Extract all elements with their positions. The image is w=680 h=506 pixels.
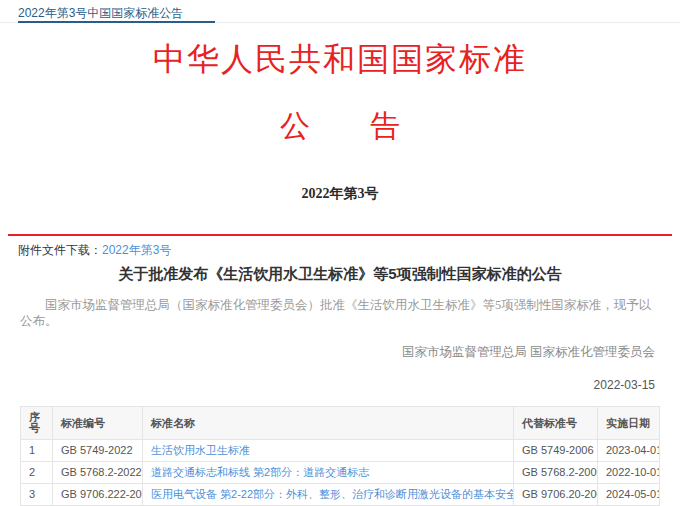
header-standard-code: 标准编号 [53,407,143,440]
table-row: 3 GB 9706.222-2022 医用电气设备 第2-22部分：外科、整形、… [21,484,660,506]
attachment-label: 附件文件下载： [18,243,102,257]
standard-name-link[interactable]: 道路交通标志和标线 第2部分：道路交通标志 [151,466,369,478]
table-row: 2 GB 5768.2-2022 道路交通标志和标线 第2部分：道路交通标志 G… [21,462,660,484]
cell-standard-code: GB 5768.2-2022 [53,462,143,484]
standard-name-link[interactable]: 医用电气设备 第2-22部分：外科、整形、治疗和诊断用激光设备的基本安全和基本性… [151,488,514,500]
cell-replaced-code: GB 5768.2-2009 [514,462,598,484]
cell-implement-date: 2024-05-01 [598,484,660,506]
header-implement-date: 实施日期 [598,407,660,440]
cell-standard-code: GB 9706.222-2022 [53,484,143,506]
header-seq: 序号 [21,407,53,440]
document-title: 中华人民共和国国家标准 [0,39,680,79]
table-header-row: 序号 标准编号 标准名称 代替标准号 实施日期 [21,407,660,440]
announcement-heading: 关于批准发布《生活饮用水卫生标准》等5项强制性国家标准的公告 [0,264,680,284]
cell-seq: 1 [21,440,53,462]
cell-replaced-code: GB 9706.20-2000 [514,484,598,506]
document-header: 中华人民共和国国家标准 公 告 2022年第3号 [0,39,680,203]
standards-table: 序号 标准编号 标准名称 代替标准号 实施日期 1 GB 5749-2022 生… [20,406,660,506]
top-nav-bar: 2022年第3号中国国家标准公告 [0,0,680,23]
nav-active-underline [18,21,215,23]
header-standard-name: 标准名称 [143,407,514,440]
table-row: 1 GB 5749-2022 生活饮用水卫生标准 GB 5749-2006 20… [21,440,660,462]
document-subtitle: 公 告 [0,108,680,144]
cell-implement-date: 2023-04-01 [598,440,660,462]
cell-seq: 3 [21,484,53,506]
standard-name-link[interactable]: 生活饮用水卫生标准 [151,444,250,456]
cell-seq: 2 [21,462,53,484]
announcement-date: 2022-03-15 [0,378,655,392]
announcement-signature: 国家市场监督管理总局 国家标准化管理委员会 [0,344,655,361]
header-replaced-code: 代替标准号 [514,407,598,440]
cell-replaced-code: GB 5749-2006 [514,440,598,462]
cell-standard-code: GB 5749-2022 [53,440,143,462]
attachment-download-bar: 附件文件下载：2022年第3号 [0,236,680,261]
issue-number: 2022年第3号 [0,185,680,203]
cell-implement-date: 2022-10-01 [598,462,660,484]
attachment-download-link[interactable]: 2022年第3号 [102,243,171,257]
page-tab-title[interactable]: 2022年第3号中国国家标准公告 [18,5,183,22]
announcement-body: 国家市场监督管理总局（国家标准化管理委员会）批准《生活饮用水卫生标准》等5项强制… [20,297,660,329]
